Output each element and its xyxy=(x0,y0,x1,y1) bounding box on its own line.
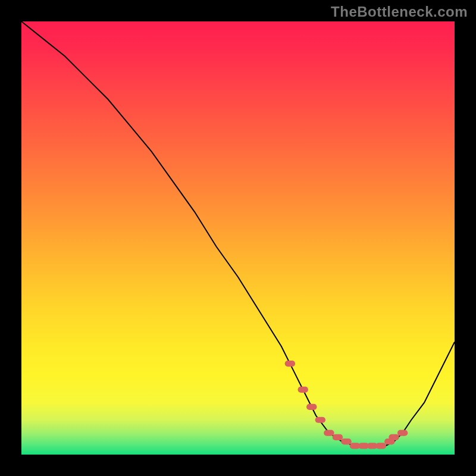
chart-frame: TheBottleneck.com xyxy=(0,0,476,476)
sweet-spot-marker xyxy=(315,417,325,423)
sweet-spot-marker xyxy=(397,430,408,436)
sweet-spot-marker xyxy=(341,439,351,444)
sweet-spot-markers xyxy=(285,361,408,449)
sweet-spot-marker xyxy=(324,430,334,436)
sweet-spot-marker xyxy=(376,443,386,449)
sweet-spot-marker xyxy=(333,434,343,440)
bottleneck-curve xyxy=(21,21,455,446)
sweet-spot-marker xyxy=(306,404,317,410)
watermark-text: TheBottleneck.com xyxy=(331,4,468,20)
sweet-spot-marker xyxy=(285,361,295,367)
chart-svg xyxy=(21,21,455,455)
plot-area xyxy=(21,21,455,455)
sweet-spot-marker xyxy=(298,387,308,393)
sweet-spot-marker xyxy=(389,434,399,440)
